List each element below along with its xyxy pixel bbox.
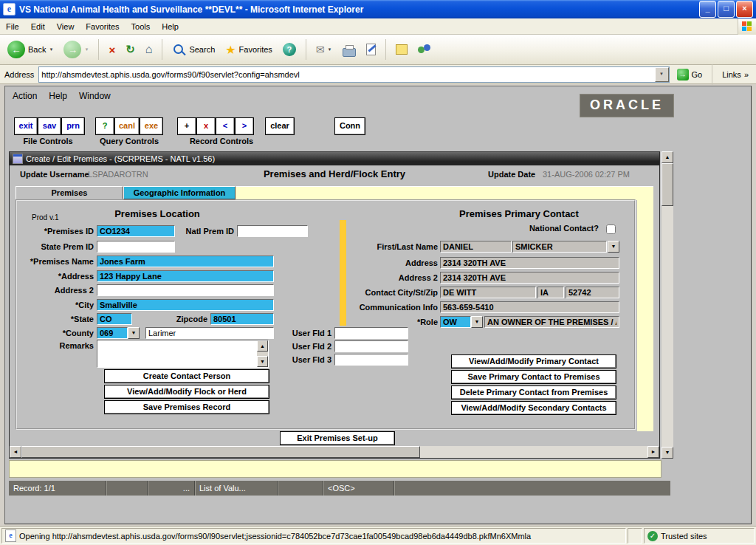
address2-field[interactable] [97,284,274,296]
menu-help[interactable]: Help [156,20,185,33]
vertical-scroll-thumb[interactable] [662,163,673,206]
create-contact-person-button[interactable]: Create Contact Person [104,369,269,383]
state-field[interactable] [97,313,132,325]
natl-prem-id-field[interactable] [237,225,308,237]
scroll-up-icon[interactable]: ▲ [257,340,268,352]
state-prem-id-field[interactable] [97,241,175,253]
menu-tools[interactable]: Tools [126,20,157,33]
stop-button[interactable]: × [106,42,118,58]
contact-last-name-field[interactable] [512,241,607,253]
scroll-up-icon[interactable]: ▲ [662,151,673,163]
menu-file[interactable]: File [0,20,25,33]
go-button[interactable]: → Go [674,67,706,82]
media-button[interactable]: ? [280,41,299,58]
toolbar-separator [98,39,99,60]
refresh-button[interactable]: ↻ [123,41,138,58]
tab-premises[interactable]: Premises [16,186,123,199]
save-primary-contact-to-premises-button[interactable]: Save Primary Contact to Premises [451,370,616,384]
county-name-field[interactable] [145,327,274,339]
query-help-button[interactable]: ? [95,117,114,135]
scroll-down-icon[interactable]: ▼ [662,447,673,459]
menu-edit[interactable]: Edit [25,20,51,33]
record-delete-button[interactable]: x [196,117,216,135]
forward-button[interactable]: → ▼ [61,39,92,60]
zipcode-field[interactable] [210,313,274,325]
forms-menu-help[interactable]: Help [49,91,67,101]
menu-view[interactable]: View [51,20,80,33]
address-bar: Address ▼ → Go Links » [0,65,756,84]
view-add-modify-primary-contact-button[interactable]: View/Add/Modify Primary Contact [451,354,616,369]
exit-toolbar-button[interactable]: exit [14,117,38,135]
record-clear-button[interactable]: clear [265,117,295,135]
scroll-down-icon[interactable]: ▼ [257,356,268,367]
address-field[interactable] [97,270,274,282]
premises-id-field[interactable] [97,225,175,237]
print-toolbar-button[interactable]: prn [61,117,85,135]
contact-address-field[interactable] [440,257,619,269]
record-next-button[interactable]: > [235,117,254,135]
close-button[interactable]: × [736,1,753,18]
view-add-modify-secondary-contacts-button[interactable]: View/Add/Modify Secondary Contacts [451,401,616,415]
address-input[interactable] [39,67,654,82]
status-message: Opening http://ahsmdevtest.aphis.usda.go… [19,532,531,541]
exit-premises-setup-button[interactable]: Exit Premises Set-up [280,431,395,445]
contact-state-field[interactable] [537,287,564,298]
scroll-right-icon[interactable]: ► [647,446,659,458]
maximize-button[interactable]: □ [718,1,735,18]
user-fld3-field[interactable] [334,354,408,366]
query-cancel-button[interactable]: canl [114,117,140,135]
communication-info-field[interactable] [440,301,619,313]
contact-zip-field[interactable] [566,287,619,298]
national-contact-label: National Contact? [489,224,599,233]
contact-address2-field[interactable] [440,272,619,284]
forms-menu-window[interactable]: Window [79,91,111,101]
minimize-button[interactable]: _ [699,1,716,18]
print-button[interactable] [340,41,359,58]
menu-favorites[interactable]: Favorites [80,20,125,33]
first-last-name-label: First/Last Name [327,242,438,251]
tab-geographic-information[interactable]: Geographic Information [123,186,236,199]
role-dropdown-button[interactable]: ▼ [471,316,483,328]
mail-button[interactable]: ✉ ▼ [313,42,335,57]
links-button[interactable]: Links » [719,69,752,80]
county-dropdown-button[interactable]: ▼ [128,327,140,339]
discuss-button[interactable] [393,43,410,56]
favorites-star-icon: ★ [225,43,236,57]
horizontal-scroll-thumb[interactable] [21,446,420,458]
query-execute-button[interactable]: exe [140,117,163,135]
national-contact-checkbox[interactable] [606,224,616,234]
contact-city-field[interactable] [440,287,536,298]
vertical-scrollbar[interactable]: ▲ ▼ [662,151,673,459]
browser-toolbar: ← Back ▼ → ▼ × ↻ ⌂ Search ★ Favorites ? … [0,35,756,65]
save-premises-record-button[interactable]: Save Premises Record [104,400,269,414]
record-add-button[interactable]: + [177,117,196,135]
contact-name-dropdown-button[interactable]: ▼ [608,241,619,253]
county-code-field[interactable] [97,327,128,339]
conn-button[interactable]: Conn [334,117,365,135]
messenger-button[interactable] [415,42,434,57]
horizontal-scrollbar[interactable]: ◄ ► [10,446,659,458]
forms-window-titlebar[interactable]: Create / Edit Premises - (SCRPREMS - NAT… [10,152,659,165]
home-button[interactable]: ⌂ [142,41,156,58]
premises-name-field[interactable] [97,256,274,267]
page-icon: e [5,529,16,542]
contact-first-name-field[interactable] [440,241,512,253]
user-fld1-field[interactable] [334,327,408,339]
view-add-modify-flock-or-herd-button[interactable]: View/Add/Modify Flock or Herd [104,385,269,399]
forms-menu-action[interactable]: Action [13,91,37,101]
edit-button[interactable] [363,42,379,57]
city-field[interactable] [97,299,274,311]
remarks-field[interactable] [97,340,257,367]
role-description-field[interactable] [484,316,619,328]
save-toolbar-button[interactable]: sav [38,117,61,135]
remarks-scrollbar[interactable]: ▲ ▼ [257,340,268,367]
address-dropdown-button[interactable]: ▼ [655,67,669,82]
favorites-button[interactable]: ★ Favorites [222,41,275,58]
back-button[interactable]: ← Back ▼ [4,39,56,60]
search-button[interactable]: Search [169,41,218,58]
scroll-left-icon[interactable]: ◄ [10,446,21,458]
role-code-field[interactable] [440,316,471,328]
record-previous-button[interactable]: < [216,117,235,135]
delete-primary-contact-from-premises-button[interactable]: Delete Primary Contact from Premises [451,385,616,400]
user-fld2-field[interactable] [334,340,408,352]
